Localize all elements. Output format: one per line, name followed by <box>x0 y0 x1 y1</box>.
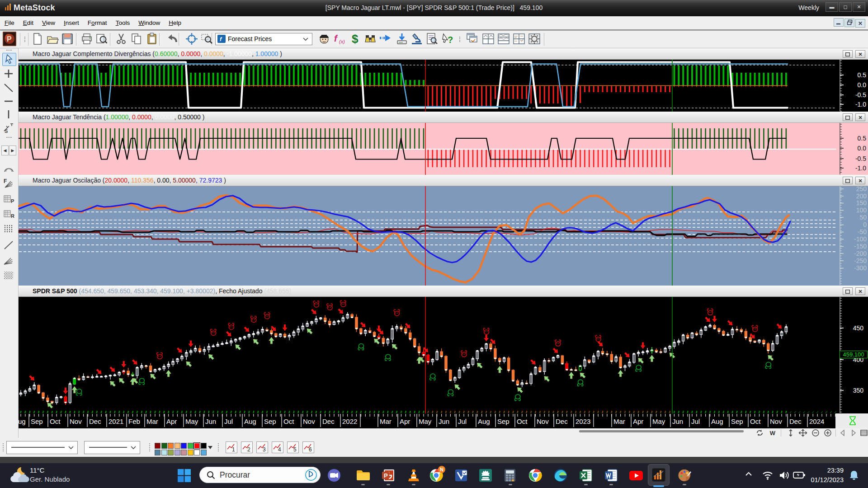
svg-text:Oct: Oct <box>517 418 528 425</box>
svg-text:$: $ <box>352 32 359 46</box>
svg-text:Nov: Nov <box>770 418 782 425</box>
svg-text:2021: 2021 <box>108 418 123 425</box>
svg-text:P: P <box>384 472 388 479</box>
svg-text:Jul: Jul <box>691 418 700 425</box>
svg-text:5: 5 <box>293 446 297 453</box>
svg-text:Dec: Dec <box>89 418 101 425</box>
svg-text:4: 4 <box>278 446 281 453</box>
svg-text:Apr: Apr <box>633 418 643 425</box>
svg-text:?: ? <box>448 35 453 45</box>
svg-text:Sep: Sep <box>731 418 743 425</box>
svg-text:ug: ug <box>18 418 26 425</box>
svg-text:3: 3 <box>263 446 266 453</box>
svg-text:(x): (x) <box>339 39 345 44</box>
svg-text:Sep: Sep <box>497 418 509 425</box>
svg-text:Mar: Mar <box>146 418 158 425</box>
svg-text:Feb: Feb <box>128 418 140 425</box>
svg-text:May: May <box>419 418 432 425</box>
svg-text:Jul: Jul <box>224 418 233 425</box>
svg-text:Oct: Oct <box>750 418 761 425</box>
svg-text:6: 6 <box>309 446 312 453</box>
svg-text:May: May <box>652 418 665 425</box>
svg-text:Nov: Nov <box>70 418 82 425</box>
svg-text:Nov: Nov <box>303 418 315 425</box>
svg-text:f: f <box>334 33 338 43</box>
svg-text:Jul: Jul <box>458 418 467 425</box>
svg-text:2023: 2023 <box>576 418 590 425</box>
svg-text:Aug: Aug <box>711 418 723 425</box>
svg-text:Apr: Apr <box>166 418 177 425</box>
svg-text:Aug: Aug <box>478 418 490 425</box>
svg-text:Oct: Oct <box>283 418 294 425</box>
svg-text:P: P <box>7 35 12 43</box>
svg-text:2024: 2024 <box>809 418 824 425</box>
svg-text:Dec: Dec <box>556 418 568 425</box>
svg-text:Sep: Sep <box>31 418 43 425</box>
svg-text:Jun: Jun <box>439 418 449 425</box>
svg-text:Sep: Sep <box>264 418 276 425</box>
svg-text:Jun: Jun <box>205 418 216 425</box>
svg-text:2022: 2022 <box>342 418 357 425</box>
svg-text:2: 2 <box>247 446 250 453</box>
svg-text:May: May <box>185 418 198 425</box>
svg-text:Aug: Aug <box>244 418 256 425</box>
svg-text:Jun: Jun <box>672 418 683 425</box>
svg-text:Dec: Dec <box>789 418 802 425</box>
svg-text:1: 1 <box>232 446 235 453</box>
svg-text:Dec: Dec <box>322 418 335 425</box>
svg-text:Mar: Mar <box>380 418 392 425</box>
svg-text:Nov: Nov <box>537 418 549 425</box>
svg-text:Apr: Apr <box>400 418 410 425</box>
svg-text:Oct: Oct <box>50 418 61 425</box>
svg-text:Mar: Mar <box>613 418 625 425</box>
